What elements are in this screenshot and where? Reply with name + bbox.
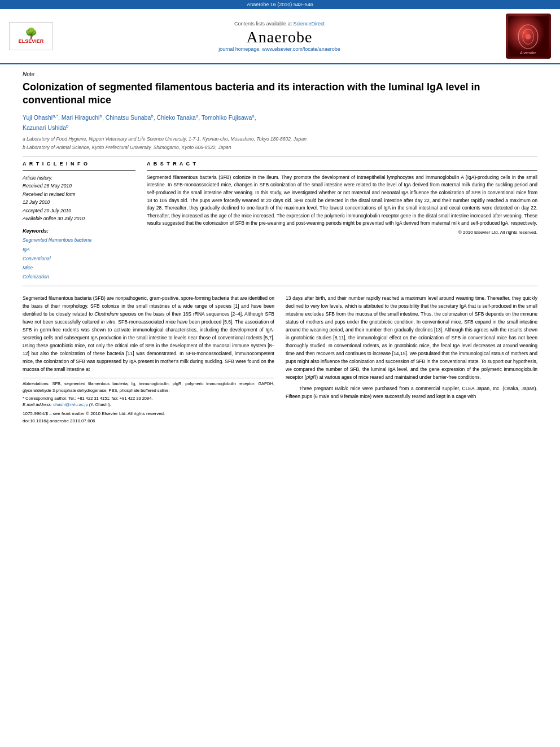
journal-homepage: journal homepage: www.elsevier.com/locat…: [53, 46, 506, 52]
available-date: Available online 30 July 2010: [23, 215, 135, 222]
abstract-divider-top: [147, 170, 537, 171]
article-info-abstract-section: A R T I C L E I N F O Article history: R…: [23, 161, 537, 281]
abstract-heading: A B S T R A C T: [147, 161, 537, 167]
issn-text: 1075-9964/$ – see front matter © 2010 El…: [23, 410, 274, 417]
journal-cover-image: Anaerobe: [506, 14, 551, 59]
body-left-p1: Segmented filamentous bacteria (SFB) are…: [23, 294, 274, 373]
authors-line: Yuji Ohashia,*, Mari Hiraguchib, Chinats…: [23, 113, 537, 133]
keyword-5: Colonization: [23, 272, 135, 281]
abstract-column: A B S T R A C T Segmented filamentous ba…: [147, 161, 537, 281]
keyword-3: Conventional: [23, 254, 135, 263]
svg-point-3: [526, 34, 531, 40]
body-columns: Segmented filamentous bacteria (SFB) are…: [23, 294, 537, 425]
elsevier-logo: 🌳 ELSEVIER: [9, 22, 53, 50]
main-content: Note Colonization of segmented filamento…: [0, 64, 560, 432]
article-history-block: Article history: Received 26 May 2010 Re…: [23, 174, 135, 223]
revised-label: Received in revised form: [23, 190, 135, 198]
contents-line: Contents lists available at ScienceDirec…: [53, 21, 506, 27]
journal-center-block: Contents lists available at ScienceDirec…: [53, 21, 506, 52]
corresponding-footnote: * Corresponding author. Tel.: +81 422 31…: [23, 395, 274, 401]
affiliation-b: b Laboratory of Animal Science, Kyoto Pr…: [23, 144, 537, 151]
body-right-p2: Three pregnant Balb/c mice were purchase…: [286, 385, 537, 400]
keywords-block: Keywords: Segmented filamentous bacteria…: [23, 228, 135, 281]
footnotes-section: Abbreviations: SFB, segmented filamentou…: [23, 378, 274, 408]
contents-text: Contents lists available at: [234, 21, 294, 27]
left-col-divider-top: [23, 170, 135, 171]
doi-text: doi:10.1016/j.anaerobe.2010.07.006: [23, 417, 274, 425]
body-left-col: Segmented filamentous bacteria (SFB) are…: [23, 294, 274, 425]
svg-text:Anaerobe: Anaerobe: [519, 50, 536, 54]
elsevier-label: ELSEVIER: [19, 38, 44, 44]
abstract-text: Segmented filamentous bacteria (SFB) col…: [147, 174, 537, 228]
sciencedirect-link[interactable]: ScienceDirect: [294, 21, 325, 27]
abbreviations-footnote: Abbreviations: SFB, segmented filamentou…: [23, 381, 274, 394]
history-label: Article history:: [23, 174, 135, 182]
keywords-list: Segmented filamentous bacteria IgA Conve…: [23, 235, 135, 281]
journal-issue-bar: Anaerobe 16 (2010) 543–546: [0, 0, 560, 9]
author-yuji: Yuji Ohashia,*, Mari Hiraguchib, Chinats…: [23, 114, 256, 121]
keyword-4: Mice: [23, 263, 135, 272]
body-right-p1: 13 days after birth, and their number ra…: [286, 294, 537, 381]
author-kazunari: Kazunari Ushidab: [23, 124, 69, 131]
keywords-label: Keywords:: [23, 228, 135, 234]
divider-body: [23, 286, 537, 286]
body-right-col: 13 days after birth, and their number ra…: [286, 294, 537, 425]
keyword-2: IgA: [23, 245, 135, 254]
article-info-heading: A R T I C L E I N F O: [23, 161, 135, 167]
received-date: Received 26 May 2010: [23, 182, 135, 190]
email-link[interactable]: ohashi@nvlu.ac.jp: [53, 402, 88, 407]
elsevier-tree-icon: 🌳: [25, 28, 37, 38]
note-label: Note: [23, 71, 537, 77]
journal-name: Anaerobe: [53, 28, 506, 46]
revised-date: 12 July 2010: [23, 198, 135, 206]
email-footnote: E-mail address: ohashi@nvlu.ac.jp (Y. Oh…: [23, 401, 274, 408]
journal-header: 🌳 ELSEVIER Contents lists available at S…: [0, 9, 560, 64]
journal-issue-text: Anaerobe 16 (2010) 543–546: [247, 2, 313, 7]
accepted-date: Accepted 20 July 2010: [23, 207, 135, 215]
article-info-column: A R T I C L E I N F O Article history: R…: [23, 161, 135, 281]
article-title: Colonization of segmented filamentous ba…: [23, 81, 537, 107]
affiliation-a: a Laboratory of Food Hygiene, Nippon Vet…: [23, 136, 537, 143]
copyright-line: © 2010 Elsevier Ltd. All rights reserved…: [147, 230, 537, 235]
keyword-1: Segmented filamentous bacteria: [23, 235, 135, 244]
issn-line: 1075-9964/$ – see front matter © 2010 El…: [23, 410, 274, 425]
divider-after-affiliations: [23, 156, 537, 156]
